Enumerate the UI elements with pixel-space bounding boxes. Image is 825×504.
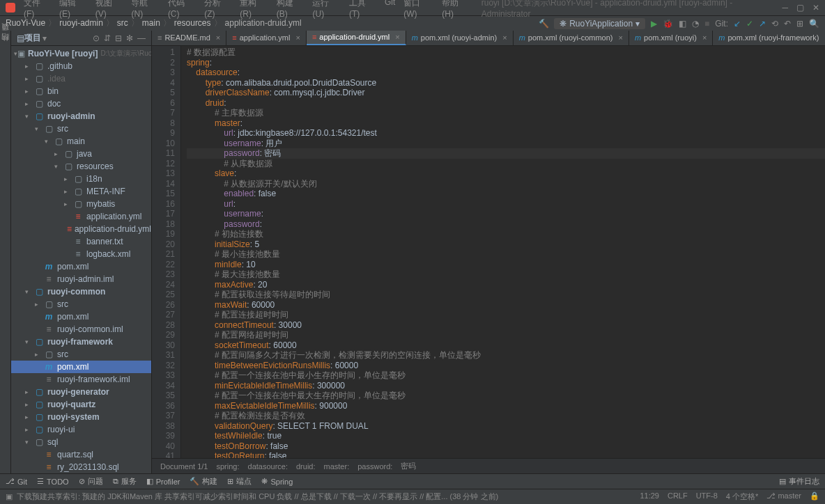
breadcrumb-item[interactable]: druid: [296,462,316,471]
code-line[interactable]: password: [187,219,825,230]
breadcrumb-item[interactable]: src [117,18,128,28]
code-line[interactable]: type: com.alibaba.druid.pool.DruidDataSo… [187,78,825,88]
close-tab-icon[interactable]: × [702,33,707,42]
line-number[interactable]: 1 [152,47,175,58]
line-number[interactable]: 35 [152,391,175,401]
code-line[interactable]: testOnBorrow: false [187,441,825,452]
code-line[interactable]: username: [187,209,825,219]
line-number[interactable]: 38 [152,421,175,432]
line-number[interactable]: 25 [152,290,175,300]
breadcrumb-item[interactable]: datasource: [248,462,288,471]
git-branch-widget[interactable]: ⎇ master [766,491,801,502]
breadcrumb-item[interactable]: main [142,18,160,28]
line-number[interactable]: 5 [152,88,175,98]
code-line[interactable]: # 主库数据源 [187,108,825,118]
history-icon[interactable]: ⟲ [771,19,778,29]
line-number[interactable]: 3 [152,68,175,78]
code-line[interactable]: datasource: [187,68,825,78]
tree-item[interactable]: ▸▢mybatis [11,198,151,210]
line-number[interactable]: 39 [152,431,175,441]
code-line[interactable]: username: 用户 [187,139,825,149]
bottom-tool-button[interactable]: ⎇Git [6,476,27,487]
code-line[interactable]: # 数据源配置 [187,47,825,58]
tree-item[interactable]: ▸▢src [11,348,151,361]
code-line[interactable]: testWhileIdle: true [187,431,825,441]
bottom-tool-button[interactable]: ⊘问题 [79,476,103,487]
breadcrumb-item[interactable]: spring: [216,462,239,471]
close-icon[interactable]: ✕ [812,3,819,13]
line-number[interactable]: 21 [152,249,175,260]
code-line[interactable]: # 最大连接池数量 [187,269,825,280]
tool-button[interactable]: 项目 [0,33,10,39]
close-tab-icon[interactable]: × [502,33,507,42]
tree-item[interactable]: ▸▢.github [11,60,151,72]
code-line[interactable]: connectTimeout: 30000 [187,320,825,331]
code-content[interactable]: # 数据源配置spring: datasource: type: com.ali… [181,46,825,458]
close-tab-icon[interactable]: × [618,33,622,42]
code-line[interactable]: password: 密码 [187,148,825,159]
tree-item[interactable]: ▸▢META-INF [11,185,151,198]
line-number[interactable]: 26 [152,300,175,310]
line-number[interactable]: 10 [152,139,175,149]
menu-item[interactable]: 工具(T) [346,0,379,20]
tree-item[interactable]: ▾▢ruoyi-framework [11,336,151,348]
tool-button[interactable]: 结构 [0,45,10,50]
editor-tab[interactable]: mpom.xml (ruoyi-admin)× [406,31,514,45]
code-line[interactable]: spring: [187,58,825,68]
code-line[interactable]: minEvictableIdleTimeMillis: 300000 [187,381,825,391]
breadcrumb-item[interactable]: ruoyi-admin [59,18,103,28]
lock-icon[interactable]: 🔒 [810,491,819,502]
line-number[interactable]: 41 [152,451,175,458]
search-icon[interactable]: 🔍 [809,19,819,29]
revert-icon[interactable]: ↶ [784,19,791,29]
line-number[interactable]: 36 [152,401,175,411]
tree-item[interactable]: ▸▢doc [11,97,151,110]
code-line[interactable]: # 配置一个连接在池中最大生存的时间，单位是毫秒 [187,391,825,401]
tree-item[interactable]: ▸▢i18n [11,173,151,185]
hide-icon[interactable]: — [137,33,146,43]
line-number[interactable]: 19 [152,229,175,239]
vcs-commit-icon[interactable]: ✓ [746,19,753,29]
bottom-tool-button[interactable]: ◧Profiler [146,476,180,487]
tree-item[interactable]: ▾▢src [11,123,151,135]
code-line[interactable]: maxActive: 20 [187,280,825,290]
tree-item[interactable]: ▸▢src [11,298,151,310]
line-number[interactable]: 22 [152,260,175,270]
code-line[interactable]: driverClassName: com.mysql.cj.jdbc.Drive… [187,88,825,98]
code-line[interactable]: slave: [187,168,825,179]
code-line[interactable]: # 从库数据源 [187,159,825,169]
close-tab-icon[interactable]: × [395,33,399,41]
code-line[interactable]: druid: [187,98,825,109]
search-everywhere-icon[interactable]: ⊞ [796,19,803,29]
editor-tab[interactable]: mpom.xml (ruoyi-common)× [514,31,629,45]
line-number[interactable]: 2 [152,58,175,68]
close-tab-icon[interactable]: × [216,33,220,42]
line-number[interactable]: 12 [152,159,175,169]
close-tab-icon[interactable]: × [295,33,300,42]
tree-item[interactable]: ▾▢main [11,135,151,148]
menu-item[interactable]: 窗口(W) [401,0,436,20]
bottom-tool-button[interactable]: ☰TODO [37,476,69,487]
breadcrumb-item[interactable]: 密码 [401,461,416,471]
line-number[interactable]: 18 [152,219,175,230]
editor-tab[interactable]: ≡README.md× [152,31,226,45]
tree-item[interactable]: ≡ruoyi-common.iml [11,323,151,336]
status-message[interactable]: 下载预建共享索引: 预建的 JDK和Maven 库 共享索引可减少索引时间和 C… [17,491,498,502]
line-number[interactable]: 20 [152,239,175,250]
menu-item[interactable]: 帮助(H) [439,0,472,20]
code-line[interactable]: # 从数据源开关/默认关闭 [187,179,825,189]
code-line[interactable]: # 初始连接数 [187,229,825,239]
line-number[interactable]: 6 [152,98,175,109]
line-number[interactable]: 11 [152,148,175,159]
tree-item[interactable]: ≡logback.xml [11,248,151,260]
event-log-button[interactable]: ▤ 事件日志 [779,476,819,487]
line-number[interactable]: 14 [152,179,175,189]
line-number[interactable]: 33 [152,370,175,381]
tree-item[interactable]: ≡application-druid.yml [11,223,151,235]
vcs-update-icon[interactable]: ↙ [734,19,741,29]
code-line[interactable]: # 配置网络超时时间 [187,330,825,340]
code-line[interactable]: # 配置连接超时时间 [187,310,825,320]
tree-item[interactable]: ≡ry_20231130.sql [11,461,151,473]
minimize-icon[interactable]: ─ [782,3,788,13]
code-line[interactable]: initialSize: 5 [187,239,825,250]
